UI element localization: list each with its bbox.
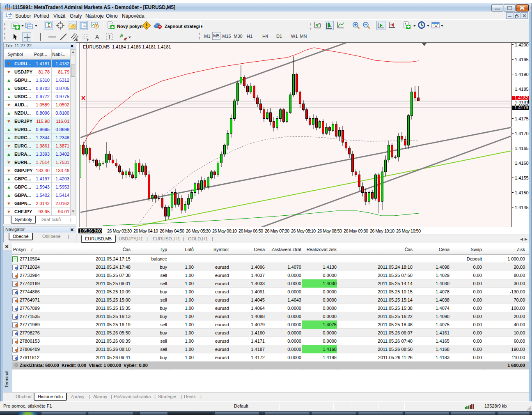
svg-text:T: T [108,34,111,40]
svg-text:E: E [76,38,78,42]
svg-text:F: F [87,38,89,42]
